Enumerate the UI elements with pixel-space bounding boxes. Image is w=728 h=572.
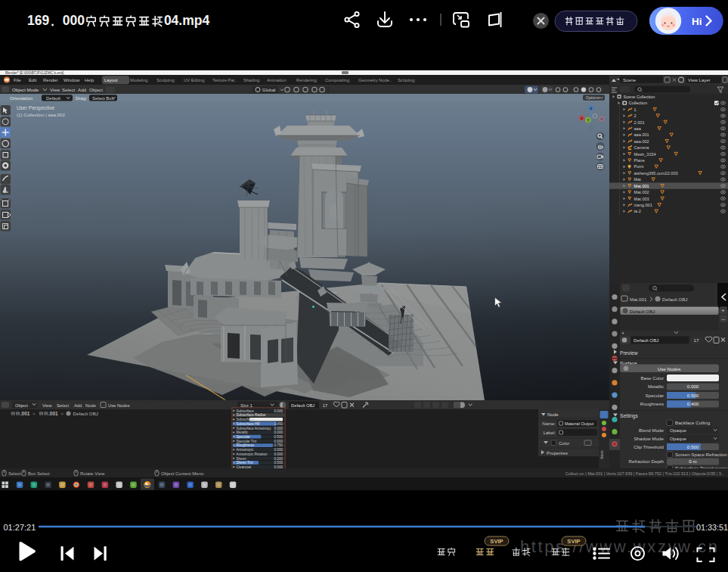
svg-text:Mat.002: Mat.002 (634, 190, 649, 194)
svg-text:Camera: Camera (634, 145, 650, 150)
svg-text:Settings: Settings (620, 413, 639, 419)
svg-text:Default: Default (46, 96, 60, 101)
svg-text:Layout: Layout (104, 78, 118, 82)
svg-text:Select: Select (57, 403, 70, 408)
svg-text:Object: Object (15, 403, 28, 408)
svg-text:Scene: Scene (623, 78, 637, 82)
svg-text:https://www.wxzyw.cn: https://www.wxzyw.cn (520, 537, 720, 556)
svg-text:Metallic: Metallic (237, 431, 249, 434)
svg-text:View Layer: View Layer (688, 78, 711, 82)
svg-text:Subsurface HR: Subsurface HR (237, 422, 261, 426)
svg-text:Object: Object (89, 87, 103, 92)
svg-text:Y: Y (587, 118, 590, 123)
svg-text:Subsurface Anisotropy: Subsurface Anisotropy (237, 427, 272, 431)
svg-text:Global: Global (262, 88, 275, 92)
svg-text:Refraction Depth: Refraction Depth (629, 459, 664, 464)
svg-text:Subsurface: Subsurface (237, 409, 255, 413)
svg-text:–: – (722, 316, 726, 322)
svg-text:Select: Select (8, 471, 21, 476)
svg-text:Screen Space Refraction: Screen Space Refraction (675, 452, 727, 457)
svg-text:Mat.001: Mat.001 (630, 297, 647, 302)
svg-text:0.000: 0.000 (274, 448, 283, 452)
svg-text:Default OBJ: Default OBJ (291, 403, 314, 408)
svg-text:x: x (581, 116, 583, 120)
svg-text:Orientation: Orientation (10, 95, 33, 101)
svg-text:Use Nodes: Use Nodes (658, 366, 681, 371)
svg-text:Add: Add (74, 403, 82, 408)
svg-text:01:33:51: 01:33:51 (696, 523, 728, 532)
svg-text:0.500: 0.500 (274, 461, 283, 465)
svg-text:Roughness: Roughness (237, 443, 255, 447)
svg-text:Metallic: Metallic (648, 384, 664, 389)
svg-text:Compositing: Compositing (325, 78, 349, 82)
svg-text:04.mp4: 04.mp4 (164, 13, 210, 28)
svg-text:Sheen Tint: Sheen Tint (237, 461, 254, 465)
svg-text:Rotate View: Rotate View (80, 471, 105, 476)
svg-text:Backface Culling: Backface Culling (675, 420, 711, 425)
svg-text:0.000: 0.000 (274, 457, 283, 461)
svg-text:Add: Add (78, 87, 87, 92)
svg-text:aaa: aaa (634, 126, 642, 131)
svg-text:ta.2: ta.2 (634, 209, 641, 213)
svg-text:.001: .001 (20, 411, 30, 416)
svg-text:Collect on | Mat.001 | Verts:1: Collect on | Mat.001 | Verts:107.939 | F… (565, 471, 724, 476)
svg-text:0.000: 0.000 (274, 427, 283, 431)
svg-text:Help: Help (85, 78, 94, 82)
svg-text:Sculpting: Sculpting (156, 78, 175, 82)
svg-text:Edit: Edit (29, 78, 37, 82)
svg-text:0.750: 0.750 (274, 443, 283, 447)
svg-text:0.000: 0.000 (274, 452, 283, 456)
svg-text:View: View (50, 87, 60, 92)
svg-text:Color: Color (559, 441, 569, 446)
svg-text:Sheen: Sheen (237, 457, 247, 461)
svg-text:Anisotropic: Anisotropic (237, 448, 254, 452)
svg-text:0.500: 0.500 (274, 435, 283, 439)
svg-text:>: > (61, 412, 64, 416)
svg-text:Specular: Specular (237, 435, 251, 439)
svg-text:SVIP: SVIP (567, 538, 580, 545)
svg-text:Scripting: Scripting (398, 78, 415, 82)
svg-text:Shadow Mode: Shadow Mode (634, 436, 664, 441)
svg-text:Opaque: Opaque (670, 436, 687, 441)
svg-text:1.450: 1.450 (274, 422, 283, 426)
svg-text:Subsurface Radius: Subsurface Radius (237, 413, 267, 417)
svg-text:0.500: 0.500 (687, 393, 699, 398)
svg-text:169: 169 (27, 13, 49, 28)
svg-text:Mat: Mat (634, 177, 642, 182)
svg-text:Preview: Preview (620, 350, 638, 356)
svg-text:Specular: Specular (646, 393, 664, 398)
svg-text:Properties: Properties (547, 450, 568, 455)
svg-text:(1) Collection | aaa.002: (1) Collection | aaa.002 (17, 112, 65, 117)
svg-text:.001: .001 (48, 411, 58, 416)
svg-text:2: 2 (634, 113, 637, 118)
svg-text:Blend Mode: Blend Mode (639, 427, 664, 433)
svg-text:User Perspective: User Perspective (17, 105, 55, 111)
svg-text:Item: Item (599, 450, 604, 459)
svg-text:Hi: Hi (692, 16, 702, 27)
svg-text:Scene Collection: Scene Collection (624, 95, 655, 99)
svg-text:SVIP: SVIP (490, 538, 503, 545)
svg-text:Default OBJ: Default OBJ (73, 411, 98, 416)
svg-text:0.000: 0.000 (274, 431, 283, 434)
svg-text:0.000: 0.000 (274, 409, 283, 413)
svg-text:Specular Tint: Specular Tint (237, 440, 258, 443)
svg-text:1: 1 (634, 107, 637, 112)
svg-text:000: 000 (63, 13, 85, 28)
svg-text:17: 17 (694, 337, 699, 343)
svg-text:Select: Select (62, 87, 75, 92)
svg-text:0.500: 0.500 (687, 444, 699, 449)
svg-text:Opaque: Opaque (670, 427, 687, 433)
svg-text:Collection: Collection (629, 101, 648, 105)
svg-text:Clip Threshold: Clip Threshold (634, 444, 664, 449)
svg-text:Material Output: Material Output (565, 421, 594, 426)
svg-text:Animation: Animation (267, 78, 287, 82)
svg-text:aisheng365.com22.003: aisheng365.com22.003 (634, 171, 678, 176)
svg-text:Use Nodes: Use Nodes (108, 403, 130, 408)
svg-text:Default OBJ: Default OBJ (662, 297, 687, 302)
svg-text:Modeling: Modeling (130, 78, 148, 82)
svg-text:2.001: 2.001 (634, 120, 645, 125)
svg-text:Render: Render (43, 78, 58, 82)
svg-text:File: File (14, 78, 21, 82)
svg-text:z: z (590, 106, 593, 110)
svg-text:Shading: Shading (243, 78, 259, 82)
